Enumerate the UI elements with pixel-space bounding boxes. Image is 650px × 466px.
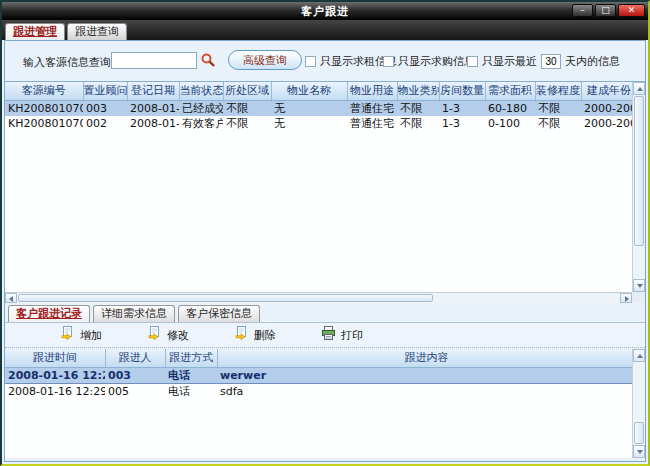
- table-cell: werwer: [217, 367, 636, 383]
- column-header[interactable]: 跟进内容: [217, 349, 636, 367]
- table-cell: 不限: [535, 100, 581, 116]
- close-button[interactable]: ✕: [618, 4, 645, 17]
- table-cell: 60-180: [485, 100, 535, 116]
- scroll-up-arrow[interactable]: [633, 349, 645, 362]
- column-header[interactable]: 装修程度: [535, 82, 581, 100]
- followup-grid: 跟进时间跟进人跟进方式跟进内容2008-01-16 12:29:41003电话w…: [5, 349, 645, 458]
- column-header[interactable]: 物业类别: [397, 82, 439, 100]
- window-controls: – □ ✕: [572, 4, 645, 17]
- search-row: 输入客源信息查询 高级查询 只显示求租信息 只显示求购信息 只显示最近 天内的信…: [5, 51, 645, 73]
- table-cell: 2008-01-07: [127, 116, 179, 131]
- column-header[interactable]: 跟进方式: [165, 349, 217, 367]
- table-cell: 002: [83, 116, 127, 131]
- table-cell: 已经成交: [179, 100, 223, 116]
- print-button[interactable]: 打印: [321, 326, 363, 344]
- scroll-down-arrow[interactable]: [633, 279, 645, 292]
- search-icon[interactable]: [200, 52, 216, 68]
- checkbox-icon: [467, 56, 478, 67]
- maximize-button[interactable]: □: [595, 4, 616, 17]
- table-cell: 2000-2008: [581, 116, 637, 131]
- tab-followup-manage[interactable]: 跟进管理: [5, 23, 65, 40]
- table-cell: 1-3: [439, 116, 485, 131]
- modify-button-label: 修改: [167, 328, 189, 343]
- table-row[interactable]: KH2008010700010022008-01-07有效客户不限无普通住宅不限…: [5, 116, 645, 131]
- tab-customer-confidential[interactable]: 客户保密信息: [178, 305, 260, 322]
- customer-grid-vscrollbar[interactable]: [632, 82, 645, 292]
- table-cell: 普通住宅: [347, 116, 397, 131]
- delete-button[interactable]: 删除: [234, 326, 276, 344]
- column-header[interactable]: 跟进时间: [5, 349, 105, 367]
- recent-days-input[interactable]: [541, 54, 561, 69]
- delete-button-label: 删除: [254, 328, 276, 343]
- table-cell: 005: [105, 383, 165, 399]
- add-button-label: 增加: [80, 328, 102, 343]
- table-cell: KH200801070001: [5, 116, 83, 131]
- column-header[interactable]: 当前状态: [179, 82, 223, 100]
- table-cell: 电话: [165, 367, 217, 383]
- recent-suffix-label: 天内的信息: [565, 54, 620, 69]
- tab-followup-records[interactable]: 客户跟进记录: [8, 305, 90, 322]
- column-header[interactable]: 物业用途: [347, 82, 397, 100]
- filter-buy-label: 只显示求购信息: [398, 54, 475, 69]
- column-header[interactable]: 置业顾问: [83, 82, 127, 100]
- table-cell: 2008-01-16 12:29:41: [5, 367, 105, 383]
- table-cell: sdfa: [217, 383, 636, 399]
- table-cell: 不限: [223, 100, 271, 116]
- table-cell: KH200801070002: [5, 100, 83, 116]
- titlebar[interactable]: 客户跟进 – □ ✕: [2, 2, 648, 20]
- delete-record-icon: [234, 326, 249, 344]
- table-cell: 不限: [223, 116, 271, 131]
- hscroll-thumb[interactable]: [18, 294, 433, 302]
- column-header[interactable]: 房间数量: [439, 82, 485, 100]
- advanced-query-button[interactable]: 高级查询: [228, 50, 302, 70]
- customer-grid-hscrollbar[interactable]: [5, 292, 632, 303]
- table-cell: 无: [271, 116, 347, 131]
- scrollbar-corner: [632, 292, 645, 303]
- column-header[interactable]: 需求面积: [485, 82, 535, 100]
- scroll-left-arrow[interactable]: [5, 293, 17, 303]
- table-row[interactable]: 2008-01-16 12:29:35005电话sdfa: [5, 383, 636, 399]
- scroll-up-arrow[interactable]: [633, 82, 645, 95]
- tab-followup-query[interactable]: 跟进查询: [67, 23, 127, 40]
- column-header[interactable]: 跟进人: [105, 349, 165, 367]
- table-cell: 不限: [535, 116, 581, 131]
- column-header[interactable]: 客源编号: [5, 82, 83, 100]
- recent-prefix-label: 只显示最近: [482, 54, 537, 69]
- checkbox-icon: [305, 56, 316, 67]
- checkbox-icon: [383, 56, 394, 67]
- modify-button[interactable]: 修改: [147, 326, 189, 344]
- scroll-down-arrow[interactable]: [633, 445, 645, 458]
- table-cell: 普通住宅: [347, 100, 397, 116]
- search-input[interactable]: [111, 52, 197, 69]
- record-toolbar: 增加 修改 删除 打印: [5, 323, 645, 348]
- table-cell: 不限: [397, 116, 439, 131]
- table-cell: 003: [83, 100, 127, 116]
- main-tabstrip: 跟进管理 跟进查询: [2, 20, 648, 40]
- column-header[interactable]: 物业名称: [271, 82, 347, 100]
- table-row[interactable]: 2008-01-16 12:29:41003电话werwer: [5, 367, 636, 383]
- content-panel: 输入客源信息查询 高级查询 只显示求租信息 只显示求购信息 只显示最近 天内的信…: [4, 40, 646, 462]
- column-header[interactable]: 所处区域: [223, 82, 271, 100]
- add-button[interactable]: 增加: [60, 326, 102, 344]
- modify-record-icon: [147, 326, 162, 344]
- column-header[interactable]: 建成年份: [581, 82, 637, 100]
- minimize-button[interactable]: –: [572, 4, 593, 17]
- table-cell: 003: [105, 367, 165, 383]
- vscroll-thumb[interactable]: [634, 96, 644, 246]
- table-cell: 0-100: [485, 116, 535, 131]
- customer-grid: 客源编号置业顾问登记日期当前状态所处区域物业名称物业用途物业类别房间数量需求面积…: [5, 81, 645, 303]
- followup-table: 跟进时间跟进人跟进方式跟进内容2008-01-16 12:29:41003电话w…: [5, 349, 637, 399]
- table-cell: 2000-2008: [581, 100, 637, 116]
- table-row[interactable]: KH2008010700020032008-01-07已经成交不限无普通住宅不限…: [5, 100, 645, 116]
- scroll-right-arrow[interactable]: [620, 293, 632, 303]
- column-header[interactable]: 登记日期: [127, 82, 179, 100]
- printer-icon: [321, 326, 336, 344]
- vscroll-thumb[interactable]: [634, 422, 644, 444]
- app-window: 客户跟进 – □ ✕ 跟进管理 跟进查询 输入客源信息查询 高级查询 只显示求租…: [0, 0, 650, 466]
- followup-grid-vscrollbar[interactable]: [632, 349, 645, 458]
- tab-detail-requirements[interactable]: 详细需求信息: [93, 305, 175, 322]
- window-title: 客户跟进: [2, 4, 648, 19]
- table-cell: 电话: [165, 383, 217, 399]
- filter-buy-checkbox[interactable]: 只显示求购信息: [383, 54, 475, 69]
- filter-recent-checkbox[interactable]: 只显示最近 天内的信息: [467, 54, 620, 69]
